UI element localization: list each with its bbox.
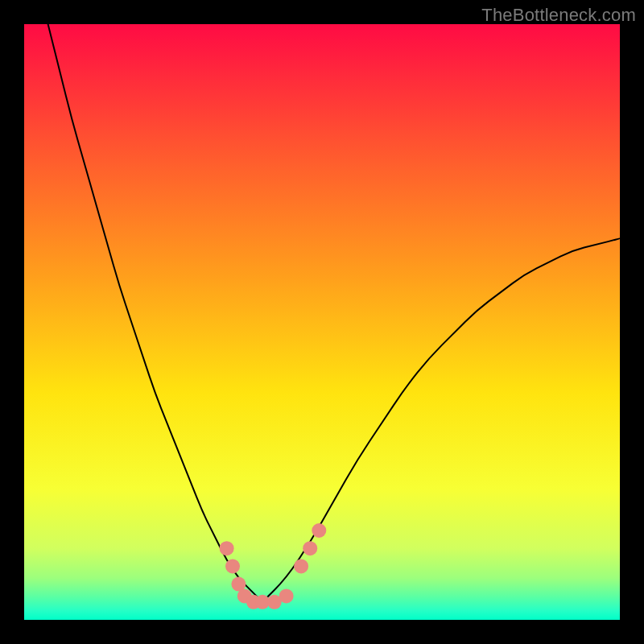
gradient-background (24, 24, 620, 620)
plot-area (24, 24, 620, 620)
watermark-text: TheBottleneck.com (481, 5, 636, 26)
svg-rect-0 (24, 24, 620, 620)
chart-canvas: TheBottleneck.com (0, 0, 644, 644)
